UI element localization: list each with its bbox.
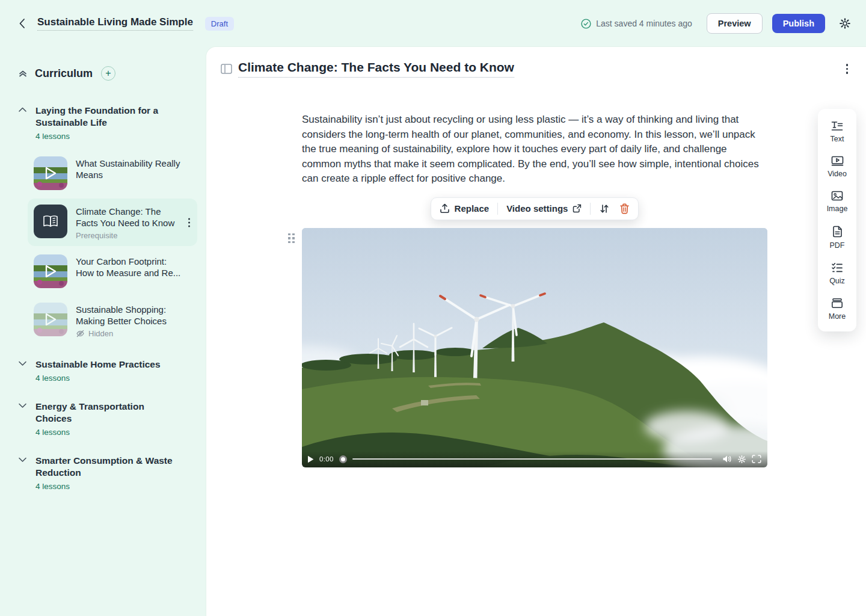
section-lesson-count: 4 lessons [35, 374, 161, 383]
play-button[interactable] [307, 455, 314, 463]
curriculum-header: Curriculum + [18, 66, 201, 81]
play-icon [34, 303, 67, 336]
more-block-icon [831, 298, 843, 309]
pdf-block-icon [832, 226, 843, 238]
add-section-button[interactable]: + [101, 66, 115, 81]
delete-block-button[interactable] [618, 202, 631, 215]
section-title: Smarter Consumption & Waste Reduction [35, 455, 177, 479]
section-title: Energy & Transportation Choices [35, 401, 177, 425]
upload-icon [440, 203, 450, 214]
lesson-editor-panel: Climate Change: The Facts You Need to Kn… [206, 47, 866, 616]
settings-button[interactable] [838, 17, 852, 30]
section-header-home-practices[interactable]: Sustainable Home Practices 4 lessons [0, 353, 201, 386]
curriculum-section: Laying the Foundation for a Sustainable … [0, 99, 201, 344]
saved-status-text: Last saved 4 minutes ago [596, 19, 692, 28]
video-settings-gear-button[interactable] [737, 455, 746, 464]
back-button[interactable] [14, 16, 29, 31]
section-header-foundation[interactable]: Laying the Foundation for a Sustainable … [0, 99, 201, 144]
lesson-title: Sustainable Shopping: Making Better Choi… [76, 304, 183, 327]
curriculum-sidebar: Curriculum + Laying the Foundation for a… [0, 47, 206, 616]
block-label: More [829, 312, 846, 321]
trash-icon [619, 203, 630, 214]
reading-lesson-icon [34, 205, 67, 238]
add-image-block[interactable]: Image [827, 191, 848, 213]
video-frame[interactable]: 0:00 [302, 228, 767, 467]
add-video-block[interactable]: Video [828, 156, 847, 178]
block-label: Quiz [829, 277, 845, 285]
collapse-all-icon[interactable] [18, 69, 28, 78]
toolbar-divider [590, 203, 591, 215]
section-title: Laying the Foundation for a Sustainable … [35, 105, 177, 129]
lesson-hidden-label: Hidden [88, 329, 113, 338]
lesson-intro-paragraph[interactable]: Sustainability isn’t just about recyclin… [302, 112, 767, 186]
add-text-block[interactable]: Text [831, 121, 844, 143]
lesson-page-title[interactable]: Climate Change: The Facts You Need to Kn… [238, 60, 514, 78]
lesson-list: What Sustainability Really Means [28, 150, 201, 344]
gear-icon [838, 17, 852, 30]
course-title[interactable]: Sustainable Living Made Simple [37, 16, 193, 31]
volume-button[interactable] [722, 455, 732, 463]
lesson-item-what-sustainability[interactable]: What Sustainability Really Means [28, 150, 197, 196]
block-label: Image [827, 205, 848, 213]
chevron-down-icon[interactable] [18, 360, 28, 383]
lesson-kebab-menu[interactable] [186, 215, 192, 229]
section-lesson-count: 4 lessons [35, 482, 177, 491]
external-link-icon [573, 204, 582, 213]
image-block-icon [831, 191, 843, 201]
play-icon [34, 254, 67, 288]
section-header-energy-transportation[interactable]: Energy & Transportation Choices 4 lesson… [0, 395, 201, 440]
add-pdf-block[interactable]: PDF [830, 226, 845, 250]
video-block: 0:00 [302, 228, 767, 467]
section-lesson-count: 4 lessons [35, 132, 177, 141]
video-thumbnail [34, 303, 67, 336]
drag-handle[interactable] [286, 232, 296, 245]
plus-icon: + [105, 69, 111, 78]
add-block-panel: Text Video [818, 109, 856, 331]
lesson-item-carbon-footprint[interactable]: Your Carbon Footprint: How to Measure an… [28, 248, 197, 294]
fullscreen-button[interactable] [752, 455, 761, 463]
video-thumbnail [34, 156, 67, 190]
sort-arrows-icon [599, 203, 610, 214]
lesson-prerequisite-label: Prerequisite [76, 231, 183, 240]
play-icon [34, 156, 67, 190]
section-lesson-count: 4 lessons [35, 428, 177, 437]
saved-status: Last saved 4 minutes ago [581, 19, 692, 29]
section-header-smarter-consumption[interactable]: Smarter Consumption & Waste Reduction 4 … [0, 449, 201, 494]
lesson-options-kebab[interactable] [843, 60, 852, 78]
progress-track[interactable] [352, 458, 712, 460]
text-block-icon [831, 121, 843, 131]
video-current-time: 0:00 [319, 455, 334, 463]
video-block-toolbar: Replace Video settings [431, 197, 639, 220]
section-title: Sustainable Home Practices [35, 359, 161, 371]
add-quiz-block[interactable]: Quiz [829, 262, 845, 285]
block-label: PDF [830, 241, 845, 250]
lesson-title: Your Carbon Footprint: How to Measure an… [76, 256, 183, 279]
curriculum-section: Smarter Consumption & Waste Reduction 4 … [0, 449, 201, 494]
video-settings-label: Video settings [506, 203, 568, 214]
publish-button[interactable]: Publish [772, 14, 825, 34]
replace-button[interactable]: Replace [438, 202, 491, 215]
add-more-block[interactable]: More [829, 298, 846, 321]
curriculum-title: Curriculum [35, 67, 93, 80]
video-block-icon [831, 156, 844, 166]
move-block-button[interactable] [598, 202, 611, 215]
check-circle-icon [581, 19, 591, 29]
scrubber-handle[interactable] [339, 455, 347, 463]
eye-off-icon [76, 330, 85, 337]
chevron-down-icon[interactable] [18, 402, 28, 437]
video-thumbnail [34, 254, 67, 288]
quiz-block-icon [831, 262, 843, 273]
preview-button[interactable]: Preview [707, 13, 763, 34]
lesson-title: What Sustainability Really Means [76, 158, 183, 180]
panel-toggle-icon[interactable] [221, 64, 232, 74]
draft-status-badge: Draft [205, 17, 234, 31]
lesson-item-sustainable-shopping[interactable]: Sustainable Shopping: Making Better Choi… [28, 297, 197, 344]
chevron-down-icon[interactable] [18, 457, 28, 491]
toolbar-divider [497, 203, 498, 215]
chevron-up-icon[interactable] [18, 106, 28, 141]
topbar: Sustainable Living Made Simple Draft Las… [0, 0, 866, 47]
video-settings-button[interactable]: Video settings [505, 202, 583, 215]
lesson-item-climate-change[interactable]: Climate Change: The Facts You Need to Kn… [28, 199, 197, 246]
video-controls: 0:00 [302, 451, 767, 467]
block-label: Text [831, 135, 844, 143]
